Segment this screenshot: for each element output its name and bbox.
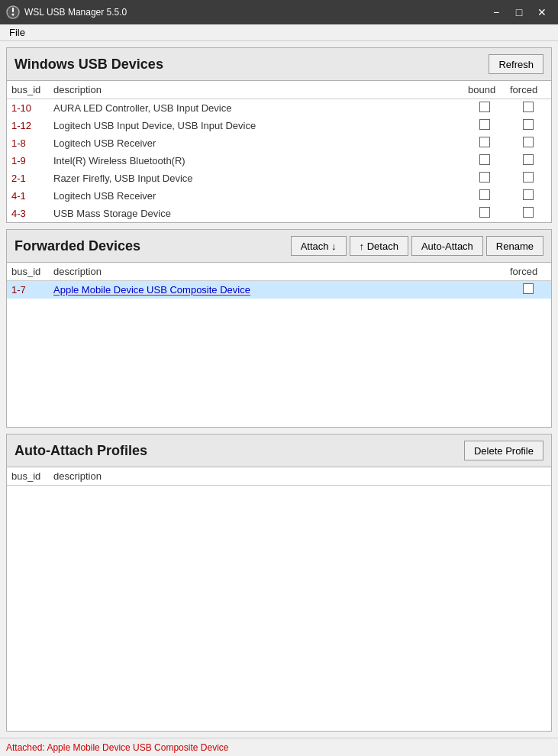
bound-checkbox[interactable] [479, 154, 490, 165]
fwd-col-header-desc: description [49, 263, 505, 281]
fwd-col-header-busid: bus_id [7, 263, 49, 281]
col-header-bound: bound [463, 81, 505, 99]
auto-attach-body: bus_id description [7, 467, 551, 731]
file-menu[interactable]: File [3, 25, 31, 40]
delete-profile-button[interactable]: Delete Profile [464, 441, 543, 460]
bound-cell[interactable] [463, 134, 505, 152]
auto-attach-table: bus_id description [7, 467, 551, 486]
attach-button[interactable]: Attach ↓ [291, 236, 347, 256]
bus-id-cell: 1-10 [7, 99, 49, 118]
bus-id-cell: 4-1 [7, 187, 49, 205]
forwarded-devices-panel: Forwarded Devices Attach ↓ ↑ Detach Auto… [6, 229, 552, 428]
close-button[interactable]: ✕ [532, 4, 552, 21]
table-row[interactable]: 1-7 Apple Mobile Device USB Composite De… [7, 281, 551, 299]
fwd-bus-id-cell: 1-7 [7, 281, 49, 299]
windows-usb-panel: Windows USB Devices Refresh bus_id descr… [6, 47, 552, 223]
forwarded-devices-header: Forwarded Devices Attach ↓ ↑ Detach Auto… [7, 230, 551, 263]
table-row[interactable]: 1-12 Logitech USB Input Device, USB Inpu… [7, 117, 551, 134]
forced-cell[interactable] [505, 205, 551, 222]
bus-id-cell: 1-9 [7, 152, 49, 170]
description-cell: AURA LED Controller, USB Input Device [49, 99, 463, 118]
col-header-busid: bus_id [7, 81, 49, 99]
fwd-forced-cell[interactable] [505, 281, 551, 299]
bound-cell[interactable] [463, 187, 505, 205]
forced-cell[interactable] [505, 134, 551, 152]
bus-id-cell: 4-3 [7, 205, 49, 222]
svg-point-2 [12, 14, 15, 16]
description-cell: Logitech USB Input Device, USB Input Dev… [49, 117, 463, 134]
aa-col-header-busid: bus_id [7, 467, 49, 486]
table-row[interactable]: 2-1 Razer Firefly, USB Input Device [7, 170, 551, 187]
bound-checkbox[interactable] [479, 102, 490, 112]
table-row[interactable]: 1-10 AURA LED Controller, USB Input Devi… [7, 99, 551, 118]
table-row[interactable]: 4-1 Logitech USB Receiver [7, 187, 551, 205]
maximize-button[interactable]: □ [509, 4, 529, 21]
windows-usb-header: Windows USB Devices Refresh [7, 48, 551, 81]
forced-checkbox[interactable] [523, 137, 534, 147]
bound-checkbox[interactable] [479, 172, 490, 183]
forced-checkbox[interactable] [523, 207, 534, 218]
table-row[interactable]: 1-9 Intel(R) Wireless Bluetooth(R) [7, 152, 551, 170]
forced-checkbox[interactable] [523, 172, 534, 183]
windows-usb-table: bus_id description bound forced 1-10 AUR… [7, 81, 551, 222]
app-icon [6, 5, 20, 19]
col-header-forced: forced [505, 81, 551, 99]
aa-col-header-desc: description [49, 467, 551, 486]
col-header-desc: description [49, 81, 463, 99]
forced-cell[interactable] [505, 152, 551, 170]
fwd-description-cell: Apple Mobile Device USB Composite Device [49, 281, 505, 299]
bound-cell[interactable] [463, 117, 505, 134]
status-text: Attached: Apple Mobile Device USB Compos… [6, 742, 228, 753]
app-title: WSL USB Manager 5.5.0 [24, 7, 127, 18]
bus-id-cell: 2-1 [7, 170, 49, 187]
bound-cell[interactable] [463, 205, 505, 222]
bound-cell[interactable] [463, 152, 505, 170]
table-row[interactable]: 4-3 USB Mass Storage Device [7, 205, 551, 222]
fwd-col-header-forced: forced [505, 263, 551, 281]
auto-attach-header: Auto-Attach Profiles Delete Profile [7, 435, 551, 467]
title-bar-left: WSL USB Manager 5.5.0 [6, 5, 127, 19]
refresh-button[interactable]: Refresh [489, 54, 543, 74]
minimize-button[interactable]: − [486, 4, 506, 21]
bound-checkbox[interactable] [479, 137, 490, 147]
bound-checkbox[interactable] [479, 207, 490, 218]
forced-checkbox[interactable] [523, 189, 534, 200]
forced-cell[interactable] [505, 99, 551, 118]
bound-checkbox[interactable] [479, 189, 490, 200]
status-prefix: Attached: [6, 742, 47, 753]
forwarded-toolbar: Attach ↓ ↑ Detach Auto-Attach Rename [291, 236, 543, 256]
bus-id-cell: 1-12 [7, 117, 49, 134]
forwarded-devices-body: bus_id description forced 1-7 Apple Mobi… [7, 263, 551, 427]
title-bar-controls: − □ ✕ [486, 4, 552, 21]
description-cell: Intel(R) Wireless Bluetooth(R) [49, 152, 463, 170]
auto-attach-title: Auto-Attach Profiles [15, 443, 147, 459]
table-row[interactable]: 1-8 Logitech USB Receiver [7, 134, 551, 152]
forced-cell[interactable] [505, 187, 551, 205]
forced-checkbox[interactable] [523, 102, 534, 112]
rename-button[interactable]: Rename [486, 236, 543, 256]
auto-attach-button[interactable]: Auto-Attach [411, 236, 483, 256]
windows-usb-body: bus_id description bound forced 1-10 AUR… [7, 81, 551, 222]
bound-cell[interactable] [463, 99, 505, 118]
description-cell: USB Mass Storage Device [49, 205, 463, 222]
forced-cell[interactable] [505, 117, 551, 134]
status-device: Apple Mobile Device USB Composite Device [47, 742, 228, 753]
windows-usb-title: Windows USB Devices [15, 57, 163, 73]
menu-bar: File [0, 24, 558, 41]
bus-id-cell: 1-8 [7, 134, 49, 152]
forwarded-devices-table: bus_id description forced 1-7 Apple Mobi… [7, 263, 551, 299]
forced-cell[interactable] [505, 170, 551, 187]
forced-checkbox[interactable] [523, 154, 534, 165]
fwd-forced-checkbox[interactable] [523, 283, 534, 294]
detach-button[interactable]: ↑ Detach [350, 236, 408, 256]
status-bar: Attached: Apple Mobile Device USB Compos… [0, 738, 558, 756]
title-bar: WSL USB Manager 5.5.0 − □ ✕ [0, 0, 558, 24]
auto-attach-panel: Auto-Attach Profiles Delete Profile bus_… [6, 434, 552, 732]
bound-cell[interactable] [463, 170, 505, 187]
description-cell: Razer Firefly, USB Input Device [49, 170, 463, 187]
svg-rect-1 [12, 8, 14, 12]
bound-checkbox[interactable] [479, 119, 490, 130]
forced-checkbox[interactable] [523, 119, 534, 130]
main-content: Windows USB Devices Refresh bus_id descr… [0, 41, 558, 738]
forwarded-devices-title: Forwarded Devices [15, 238, 140, 254]
